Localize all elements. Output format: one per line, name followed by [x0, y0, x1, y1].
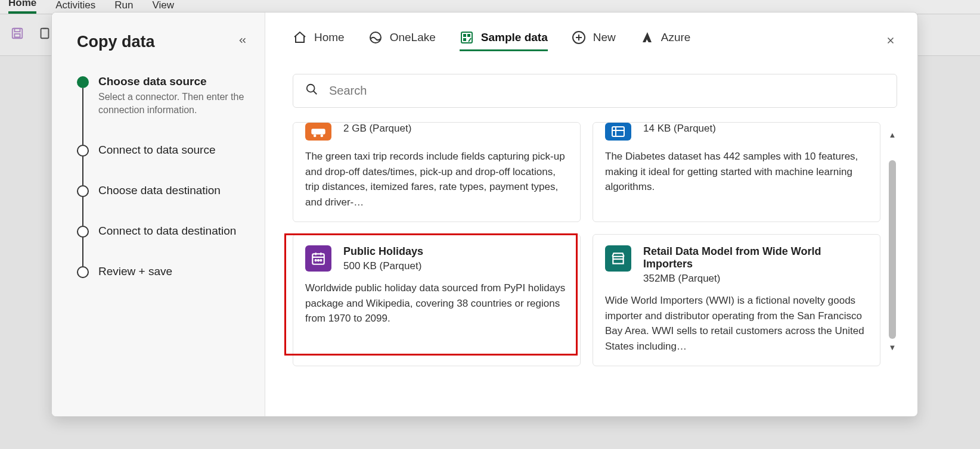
- wizard-sidebar: Copy data Choose data source Select a co…: [52, 13, 265, 416]
- card-size: 2 GB (Parquet): [343, 123, 411, 135]
- copy-data-modal: Copy data Choose data source Select a co…: [51, 12, 918, 417]
- tab-label: New: [593, 31, 616, 44]
- step-marker-icon: [77, 226, 89, 238]
- card-title: Public Holidays: [343, 245, 423, 258]
- svg-point-13: [321, 135, 324, 138]
- svg-rect-15: [312, 254, 324, 264]
- card-size: 352MB (Parquet): [643, 273, 868, 285]
- close-button[interactable]: [885, 35, 896, 49]
- card-description: Wide World Importers (WWI) is a fictiona…: [605, 293, 868, 354]
- onelake-icon: [368, 30, 383, 45]
- svg-point-16: [315, 260, 317, 261]
- step-marker-icon: [77, 76, 89, 88]
- step-connect-data-source[interactable]: Connect to data source: [77, 144, 248, 184]
- step-review-save[interactable]: Review + save: [77, 265, 248, 278]
- step-title: Connect to data destination: [98, 224, 236, 238]
- tab-azure[interactable]: Azure: [640, 30, 691, 49]
- step-title: Review + save: [98, 265, 172, 278]
- svg-rect-11: [311, 129, 325, 134]
- tab-label: OneLake: [390, 31, 436, 44]
- calendar-icon: [305, 245, 331, 272]
- card-size: 500 KB (Parquet): [343, 260, 423, 272]
- sample-card-retail-wwi[interactable]: Retail Data Model from Wide World Import…: [593, 234, 880, 366]
- modal-title: Copy data: [77, 33, 155, 51]
- sample-card-public-holidays[interactable]: Public Holidays 500 KB (Parquet) Worldwi…: [293, 234, 581, 366]
- svg-rect-5: [461, 32, 472, 43]
- search-input[interactable]: [329, 84, 885, 98]
- search-icon: [305, 83, 318, 99]
- store-icon: [605, 245, 631, 272]
- step-desc: Select a connector. Then enter the conne…: [98, 91, 248, 116]
- new-icon: [572, 30, 586, 45]
- scroll-down-arrow[interactable]: ▼: [888, 343, 897, 352]
- sample-card-diabetes[interactable]: 14 KB (Parquet) The Diabetes dataset has…: [593, 122, 880, 222]
- svg-rect-7: [467, 34, 470, 37]
- source-tabs: Home OneLake Sample data New: [293, 30, 897, 58]
- tab-new[interactable]: New: [572, 30, 616, 49]
- main-panel: Home OneLake Sample data New: [265, 13, 917, 416]
- home-icon: [293, 30, 307, 45]
- tab-home[interactable]: Home: [293, 30, 345, 49]
- dataset-icon: [305, 123, 331, 141]
- card-description: The Diabetes dataset has 442 samples wit…: [605, 149, 868, 195]
- step-title: Choose data source: [98, 75, 248, 88]
- tab-sample-data[interactable]: Sample data: [460, 30, 548, 49]
- card-size: 14 KB (Parquet): [643, 123, 716, 135]
- card-description: Worldwide public holiday data sourced fr…: [305, 280, 568, 326]
- dataset-icon: [605, 123, 631, 141]
- card-title: Retail Data Model from Wide World Import…: [643, 245, 868, 270]
- step-choose-data-source[interactable]: Choose data source Select a connector. T…: [77, 75, 248, 144]
- collapse-sidebar-button[interactable]: [237, 35, 248, 49]
- sample-card-green-taxi[interactable]: 2 GB (Parquet) The green taxi trip recor…: [293, 122, 581, 222]
- svg-rect-6: [463, 34, 466, 37]
- svg-rect-14: [612, 127, 624, 136]
- scroll-up-arrow[interactable]: ▲: [888, 130, 897, 139]
- tab-label: Azure: [661, 31, 691, 44]
- svg-point-18: [320, 260, 321, 261]
- azure-icon: [640, 30, 654, 45]
- step-title: Connect to data source: [98, 144, 215, 157]
- svg-rect-19: [613, 257, 623, 264]
- tab-label: Home: [314, 31, 345, 44]
- scrollbar-thumb[interactable]: [889, 160, 896, 339]
- step-marker-icon: [77, 185, 89, 197]
- svg-point-10: [307, 85, 315, 92]
- sample-data-icon: [460, 30, 474, 45]
- wizard-steps: Choose data source Select a connector. T…: [77, 75, 248, 278]
- step-connect-data-destination[interactable]: Connect to data destination: [77, 224, 248, 265]
- tab-onelake[interactable]: OneLake: [368, 30, 436, 49]
- svg-point-12: [314, 135, 317, 138]
- tab-label: Sample data: [481, 31, 548, 44]
- step-marker-icon: [77, 145, 89, 157]
- step-title: Choose data destination: [98, 184, 221, 197]
- svg-point-17: [318, 260, 319, 261]
- card-scroll-area: 2 GB (Parquet) The green taxi trip recor…: [293, 122, 897, 416]
- card-description: The green taxi trip records include fiel…: [305, 149, 568, 210]
- svg-rect-8: [463, 38, 466, 41]
- search-box[interactable]: [293, 74, 897, 108]
- step-marker-icon: [77, 266, 89, 278]
- step-choose-data-destination[interactable]: Choose data destination: [77, 184, 248, 224]
